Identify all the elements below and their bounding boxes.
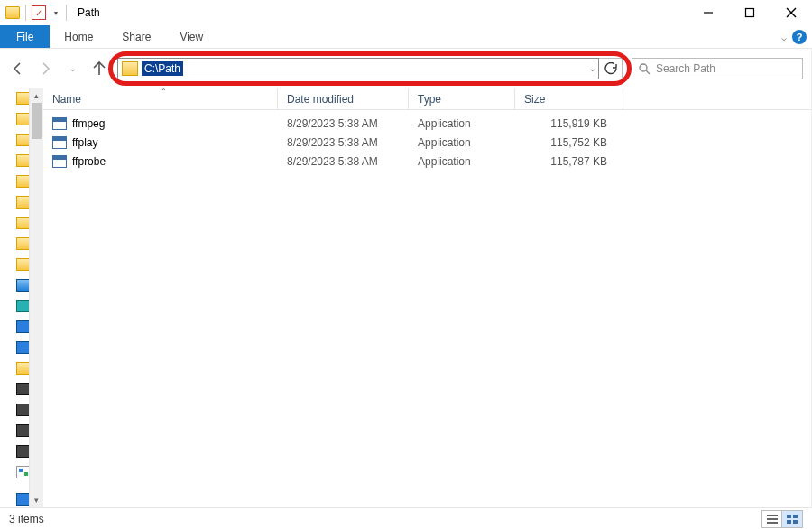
file-date: 8/29/2023 5:38 AM — [278, 155, 409, 168]
svg-point-4 — [640, 64, 647, 71]
address-dropdown-icon[interactable]: ⌵ — [590, 59, 595, 79]
navbar: ⌵ C:\Path ⌵ Search Path — [0, 49, 812, 88]
scroll-up-icon[interactable]: ▴ — [30, 88, 43, 103]
file-type: Application — [409, 155, 515, 168]
file-name: ffplay — [72, 136, 97, 149]
file-date: 8/29/2023 5:38 AM — [278, 117, 409, 130]
status-count: 3 items — [9, 513, 44, 525]
recent-locations-dropdown[interactable]: ⌵ — [63, 60, 81, 78]
up-button[interactable] — [90, 60, 108, 78]
help-icon[interactable]: ? — [792, 30, 807, 44]
file-name: ffprobe — [72, 155, 106, 168]
svg-rect-6 — [767, 515, 778, 516]
column-size[interactable]: Size — [515, 88, 623, 109]
address-path[interactable]: C:\Path — [142, 61, 183, 76]
file-size: 115,752 KB — [515, 136, 623, 149]
table-row[interactable]: ffprobe8/29/2023 5:38 AMApplication115,7… — [43, 152, 812, 171]
tab-view[interactable]: View — [165, 25, 217, 48]
file-name: ffmpeg — [72, 117, 105, 130]
application-icon — [52, 136, 67, 149]
back-button[interactable] — [9, 60, 27, 78]
file-size: 115,919 KB — [515, 117, 623, 130]
svg-rect-7 — [767, 518, 778, 520]
file-type: Application — [409, 136, 515, 149]
minimize-button[interactable] — [687, 0, 729, 25]
svg-rect-12 — [793, 520, 798, 524]
column-name-label: Name — [52, 93, 81, 106]
search-input[interactable]: Search Path — [632, 58, 803, 79]
tree-scrollbar[interactable]: ▴ ▾ — [29, 88, 43, 507]
tree-pane[interactable]: ⌵ ▴ ▾ — [0, 88, 43, 507]
file-size: 115,787 KB — [515, 155, 623, 168]
view-toggle — [761, 510, 803, 528]
column-name[interactable]: Name ⌃ — [43, 88, 278, 109]
file-date: 8/29/2023 5:38 AM — [278, 136, 409, 149]
folder-icon — [5, 6, 20, 19]
svg-rect-8 — [767, 522, 778, 524]
forward-button[interactable] — [36, 60, 54, 78]
refresh-button[interactable] — [599, 58, 623, 79]
main: ⌵ ▴ ▾ Name ⌃ Date modified Type Size ffm… — [0, 88, 812, 507]
titlebar: ✓ ▾ Path — [0, 0, 812, 25]
tab-share[interactable]: Share — [107, 25, 165, 48]
column-headers: Name ⌃ Date modified Type Size — [43, 88, 812, 110]
tab-file[interactable]: File — [0, 25, 50, 48]
file-list: Name ⌃ Date modified Type Size ffmpeg8/2… — [43, 88, 812, 507]
separator — [25, 5, 26, 21]
separator — [66, 5, 67, 21]
ribbon-tabs: File Home Share View ⌵ ? — [0, 25, 812, 49]
scroll-down-icon[interactable]: ▾ — [30, 493, 43, 507]
view-details-button[interactable] — [762, 511, 782, 527]
tab-home[interactable]: Home — [50, 25, 107, 48]
qat-properties-icon[interactable]: ✓ — [32, 5, 46, 20]
maximize-button[interactable] — [729, 0, 770, 25]
column-date[interactable]: Date modified — [278, 88, 409, 109]
folder-icon — [122, 61, 138, 76]
column-type[interactable]: Type — [409, 88, 515, 109]
application-icon — [52, 155, 67, 168]
ribbon-expand-icon[interactable]: ⌵ — [781, 32, 787, 42]
close-button[interactable] — [770, 0, 812, 25]
application-icon — [52, 117, 67, 130]
search-placeholder: Search Path — [656, 62, 715, 75]
svg-rect-1 — [746, 9, 754, 17]
view-icons-button[interactable] — [782, 511, 802, 527]
sort-indicator-icon: ⌃ — [161, 88, 167, 96]
window-title: Path — [78, 6, 100, 19]
qat-dropdown-icon[interactable]: ▾ — [51, 5, 60, 20]
table-row[interactable]: ffmpeg8/29/2023 5:38 AMApplication115,91… — [43, 114, 812, 133]
svg-rect-9 — [787, 515, 791, 518]
svg-rect-11 — [787, 520, 791, 524]
svg-line-5 — [646, 70, 650, 74]
svg-rect-10 — [793, 515, 798, 518]
address-bar[interactable]: C:\Path ⌵ — [117, 58, 599, 79]
status-bar: 3 items — [0, 507, 812, 529]
file-type: Application — [409, 117, 515, 130]
search-icon — [638, 62, 651, 75]
scroll-thumb[interactable] — [32, 103, 42, 139]
table-row[interactable]: ffplay8/29/2023 5:38 AMApplication115,75… — [43, 133, 812, 152]
